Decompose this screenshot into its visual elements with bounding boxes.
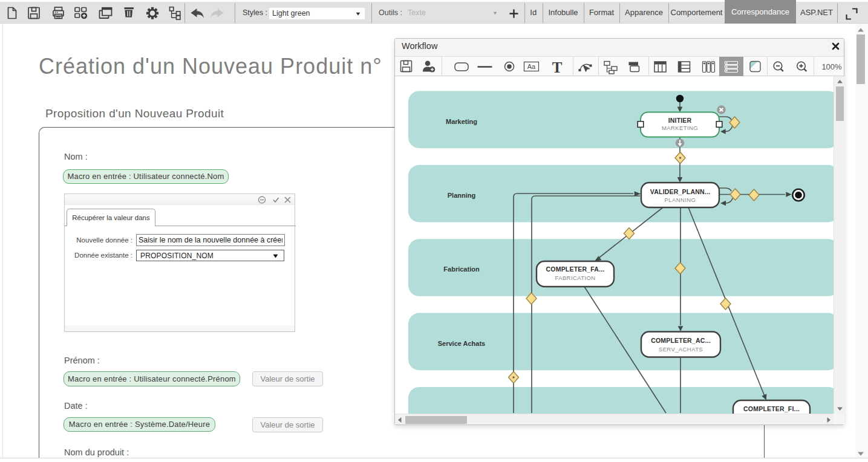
svg-text:Marketing: Marketing	[446, 118, 477, 125]
svg-text:PLANNING: PLANNING	[665, 197, 696, 203]
svg-text:100%: 100%	[821, 62, 842, 71]
svg-text:FABRICATION: FABRICATION	[555, 275, 595, 281]
svg-text:Fabrication: Fabrication	[443, 265, 480, 273]
svg-text:COMPLETER_FA...: COMPLETER_FA...	[546, 265, 605, 273]
svg-text:SERV_ACHATS: SERV_ACHATS	[659, 346, 703, 353]
svg-text:Service Achats: Service Achats	[438, 340, 485, 347]
svg-text:Planning: Planning	[448, 192, 475, 199]
svg-text:INITIER: INITIER	[668, 117, 692, 124]
svg-text:VALIDER_PLANN...: VALIDER_PLANN...	[650, 188, 710, 195]
svg-text:T: T	[552, 59, 563, 76]
svg-text:COMPLETER_AC...: COMPLETER_AC...	[651, 337, 711, 344]
svg-text:COMPLETER_FI...: COMPLETER_FI...	[743, 405, 800, 412]
svg-text:MARKETING: MARKETING	[662, 125, 698, 131]
svg-text:Aa: Aa	[527, 63, 536, 70]
